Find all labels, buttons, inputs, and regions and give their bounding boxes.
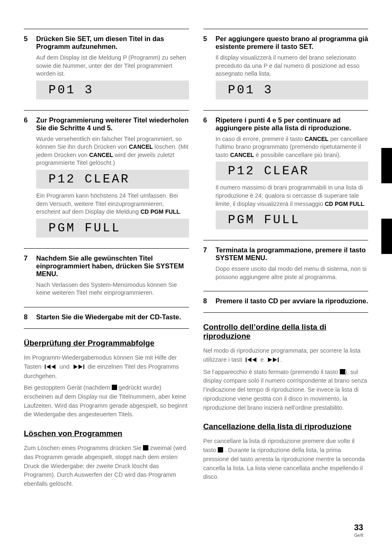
paragraph: Bei gestopptem Gerät (nachdem gedrückt w… <box>24 383 189 419</box>
step-number: 5 <box>203 35 216 103</box>
prev-track-icon <box>246 356 257 365</box>
full-label: FULL <box>165 208 180 215</box>
cancel-label: CANCEL <box>129 143 153 150</box>
next-track-icon <box>73 363 84 372</box>
cancel-label: CANCEL <box>304 136 328 142</box>
pgmfull-label: PGM FULL <box>335 201 364 207</box>
cancel-label: CANCEL <box>230 152 254 158</box>
svg-rect-5 <box>83 365 84 369</box>
paragraph: Zum Löschen eines Programms drücken Sie … <box>24 444 189 489</box>
cancel-label: CANCEL <box>89 152 113 158</box>
svg-rect-11 <box>278 358 279 362</box>
paragraph: Per cancellare la lista di riproduzione … <box>203 437 369 482</box>
step-text: Nachdem Sie alle gewünschten Titel einpr… <box>36 254 189 278</box>
step-number: 7 <box>24 254 36 300</box>
step-number: 6 <box>203 116 216 233</box>
svg-marker-10 <box>273 358 277 362</box>
svg-marker-2 <box>51 365 55 369</box>
paragraph: Nel modo di riproduzione programmata, pe… <box>203 346 369 365</box>
cdpgm-label: CD PGM <box>141 208 164 215</box>
step-number: 8 <box>24 313 36 321</box>
svg-marker-7 <box>247 358 251 362</box>
svg-rect-6 <box>246 358 247 362</box>
stop-icon <box>218 447 223 452</box>
lcd-display: P12 CLEAR <box>36 170 189 189</box>
language-code: Ge/It <box>354 533 363 538</box>
cd-label: CD <box>325 201 333 207</box>
manual-page: 5 Drücken Sie SET, um diesen Titel in da… <box>0 0 392 554</box>
step-text: Starten Sie die Wiedergabe mit der CD-Ta… <box>36 313 189 321</box>
lcd-display: P01 3 <box>216 81 369 99</box>
svg-rect-0 <box>45 365 46 369</box>
step-text: Zur Programmierung weiterer Titel wieder… <box>36 116 189 132</box>
step-text: Ripetere i punti 4 e 5 per continuare ad… <box>216 116 369 132</box>
step-text: Terminata la programmazione, premere il … <box>216 246 369 262</box>
side-tab <box>381 219 392 254</box>
svg-marker-3 <box>74 365 78 369</box>
step-text: Per aggiungere questo brano al programma… <box>216 35 369 51</box>
svg-marker-4 <box>78 365 83 369</box>
step-number: 8 <box>203 297 216 305</box>
step-note: Wurde versehentlich ein falscher Titel p… <box>36 135 189 167</box>
svg-marker-9 <box>268 358 272 362</box>
paragraph: Se l’apparecchio è stato fermato (premen… <box>203 368 369 413</box>
prev-track-icon <box>45 363 56 372</box>
step-note: Ein Programm kann höchstens 24 Titel umf… <box>36 192 189 216</box>
side-tabs <box>381 148 392 254</box>
step-note: In caso di errore, premere il tasto CANC… <box>216 135 369 159</box>
step-note: Il display visualizzerà il numero del br… <box>216 54 369 78</box>
step-note: Il numero massimo di brani programmabili… <box>216 184 369 208</box>
section-heading: Überprüfung der Programmabfolge <box>24 339 189 348</box>
step-text: Premere il tasto CD per avviare la ripro… <box>216 297 369 305</box>
lcd-display: P12 CLEAR <box>216 162 369 180</box>
step-number: 5 <box>24 35 36 103</box>
stop-icon <box>112 385 117 390</box>
step-number: 6 <box>24 116 36 241</box>
section-heading: Cancellazione della lista di riproduzion… <box>203 422 369 431</box>
step-text: Drücken Sie SET, um diesen Titel in das … <box>36 35 189 51</box>
svg-marker-8 <box>252 358 256 362</box>
page-footer: 33 Ge/It <box>354 523 363 538</box>
lcd-display: P01 3 <box>36 81 189 99</box>
svg-marker-1 <box>46 365 51 369</box>
stop-icon <box>340 369 345 374</box>
step-note: Nach Verlassen des System-Menümodus könn… <box>36 281 189 297</box>
step-note: Auf dem Display ist die Meldung P (Progr… <box>36 54 189 78</box>
page-number: 33 <box>354 523 363 532</box>
paragraph: Im Programm-Wiedergabemodus können Sie m… <box>24 353 189 381</box>
step-note: Dopo essere uscito dal modo del menu di … <box>216 265 369 281</box>
column-german: 5 Drücken Sie SET, um diesen Titel in da… <box>24 25 189 491</box>
step-number: 7 <box>203 246 216 284</box>
next-track-icon <box>267 356 279 365</box>
section-heading: Controllo dell’ordine della lista di rip… <box>203 323 369 341</box>
column-italian: 5 Per aggiungere questo brano al program… <box>203 25 369 491</box>
lcd-display: PGM FULL <box>216 210 369 229</box>
side-tab <box>381 183 392 219</box>
side-tab <box>381 148 392 183</box>
lcd-display: PGM FULL <box>36 219 189 238</box>
stop-icon <box>143 445 148 450</box>
section-heading: Löschen von Programmen <box>24 429 189 438</box>
